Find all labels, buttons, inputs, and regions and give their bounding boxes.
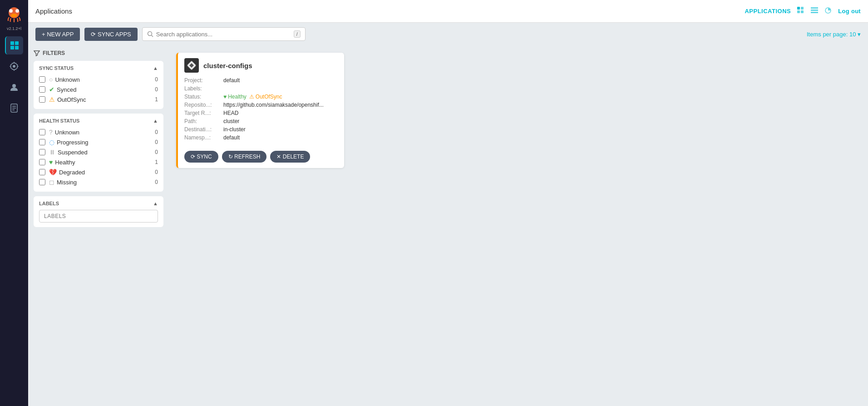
project-value: default — [223, 77, 338, 84]
health-unknown-count: 0 — [155, 129, 158, 135]
breadcrumb: APPLICATIONS — [745, 8, 791, 15]
health-degraded-checkbox[interactable] — [39, 169, 45, 175]
app-card: cluster-configs Project: default Labels:… — [176, 53, 344, 168]
health-suspended-row[interactable]: ⏸ Suspended 0 — [39, 147, 158, 157]
items-per-page[interactable]: Items per page: 10 ▾ — [807, 31, 861, 38]
svg-rect-16 — [797, 10, 800, 13]
svg-line-23 — [151, 35, 153, 37]
topbar: Applications APPLICATIONS — [28, 0, 868, 23]
missing-icon: ◻ — [49, 178, 54, 186]
svg-rect-18 — [811, 7, 818, 9]
health-degraded-row[interactable]: 💔 Degraded 0 — [39, 167, 158, 177]
svg-rect-4 — [10, 41, 14, 45]
health-progressing-label: ◌ Progressing — [49, 139, 151, 146]
health-progressing-count: 0 — [155, 139, 158, 145]
refresh-button[interactable]: ↻ REFRESH — [222, 151, 267, 163]
status-badges: ♥ Healthy ⚠ OutOfSync — [223, 94, 282, 100]
health-suspended-label: ⏸ Suspended — [49, 149, 151, 156]
labels-header[interactable]: LABELS ▲ — [39, 201, 158, 206]
health-progressing-checkbox[interactable] — [39, 139, 45, 145]
logout-button[interactable]: Log out — [838, 8, 861, 15]
sync-synced-label: ✔ Synced — [49, 86, 151, 93]
content-area: FILTERS SYNC STATUS ▲ ○ Unknown 0 — [28, 45, 868, 406]
health-missing-row[interactable]: ◻ Missing 0 — [39, 177, 158, 187]
sidebar-version: v2.1.2+l — [7, 26, 21, 31]
svg-rect-15 — [801, 7, 804, 10]
health-healthy-row[interactable]: ♥ Healthy 1 — [39, 157, 158, 167]
app-name[interactable]: cluster-configs — [203, 62, 252, 69]
path-value: cluster — [223, 118, 338, 124]
svg-point-22 — [148, 32, 152, 36]
labels-input[interactable] — [39, 210, 158, 223]
search-shortcut: / — [294, 30, 301, 38]
path-label: Path: — [184, 118, 221, 124]
view-icons — [795, 5, 833, 18]
health-status-section: HEALTH STATUS ▲ ? Unknown 0 ◌ Progressin… — [34, 114, 163, 192]
health-degraded-count: 0 — [155, 169, 158, 175]
sidebar-item-apps[interactable] — [5, 36, 23, 54]
filter-header: FILTERS — [34, 50, 163, 56]
outofsync-circle-icon: ⚠ — [249, 94, 254, 100]
app-icon — [184, 58, 199, 73]
list-view-button[interactable] — [809, 5, 820, 18]
healthy-badge: ♥ Healthy — [223, 94, 247, 100]
delete-button[interactable]: ✕ DELETE — [270, 151, 310, 163]
repo-row: Reposito...: https://github.com/siamaksa… — [184, 101, 338, 109]
sync-unknown-row[interactable]: ○ Unknown 0 — [39, 74, 158, 84]
health-status-label: HEALTH STATUS — [39, 118, 79, 124]
svg-rect-14 — [797, 7, 800, 10]
main-content: cluster-configs Project: default Labels:… — [169, 45, 868, 406]
health-missing-label: ◻ Missing — [49, 178, 151, 186]
filter-panel: FILTERS SYNC STATUS ▲ ○ Unknown 0 — [28, 45, 169, 406]
sidebar: v2.1.2+l — [0, 0, 28, 406]
app-card-actions: ⟳ SYNC ↻ REFRESH ✕ DELETE — [178, 146, 344, 168]
sync-apps-button[interactable]: ⟳ SYNC APPS — [84, 28, 137, 41]
health-unknown-checkbox[interactable] — [39, 129, 45, 135]
new-app-button[interactable]: + NEW APP — [35, 28, 80, 41]
labels-label: LABELS — [39, 201, 59, 206]
svg-point-3 — [11, 14, 17, 17]
status-label: Status: — [184, 94, 221, 100]
sync-outofsync-count: 1 — [155, 96, 158, 103]
sync-unknown-checkbox[interactable] — [39, 76, 45, 83]
sidebar-item-settings[interactable] — [5, 57, 23, 75]
destination-value: in-cluster — [223, 126, 338, 133]
sync-button[interactable]: ⟳ SYNC — [184, 151, 218, 163]
repo-label: Reposito...: — [184, 102, 221, 108]
health-healthy-label: ♥ Healthy — [49, 158, 151, 166]
sync-synced-row[interactable]: ✔ Synced 0 — [39, 84, 158, 94]
target-row: Target R...: HEAD — [184, 109, 338, 117]
action-bar: + NEW APP ⟳ SYNC APPS / Items per page: … — [28, 23, 868, 45]
filter-label: FILTERS — [43, 50, 65, 56]
progressing-icon: ◌ — [49, 139, 54, 146]
sidebar-item-user[interactable] — [5, 78, 23, 96]
outofsync-icon: ⚠ — [49, 96, 55, 103]
search-icon — [147, 31, 153, 37]
sync-outofsync-checkbox[interactable] — [39, 96, 45, 103]
search-input[interactable] — [156, 31, 291, 38]
logo[interactable] — [5, 5, 24, 24]
health-suspended-checkbox[interactable] — [39, 149, 45, 155]
svg-rect-17 — [801, 10, 804, 13]
synced-icon: ✔ — [49, 86, 54, 93]
health-healthy-checkbox[interactable] — [39, 159, 45, 165]
chart-view-button[interactable] — [823, 5, 833, 18]
outofsync-badge: ⚠ OutOfSync — [249, 94, 282, 100]
page-title: Applications — [35, 7, 739, 15]
project-row: Project: default — [184, 76, 338, 84]
svg-rect-7 — [15, 46, 19, 50]
svg-point-1 — [9, 9, 13, 13]
sync-outofsync-label: ⚠ OutOfSync — [49, 96, 151, 103]
sync-synced-checkbox[interactable] — [39, 86, 45, 93]
sidebar-item-docs[interactable] — [5, 99, 23, 117]
sync-outofsync-row[interactable]: ⚠ OutOfSync 1 — [39, 94, 158, 104]
health-missing-checkbox[interactable] — [39, 179, 45, 185]
sync-status-header[interactable]: SYNC STATUS ▲ — [39, 65, 158, 71]
health-status-header[interactable]: HEALTH STATUS ▲ — [39, 118, 158, 124]
status-row: Status: ♥ Healthy ⚠ OutOfSync — [184, 93, 338, 101]
healthy-heart-icon: ♥ — [223, 94, 227, 100]
grid-view-button[interactable] — [795, 5, 806, 18]
health-progressing-row[interactable]: ◌ Progressing 0 — [39, 137, 158, 147]
health-unknown-row[interactable]: ? Unknown 0 — [39, 127, 158, 137]
sync-unknown-count: 0 — [155, 76, 158, 83]
